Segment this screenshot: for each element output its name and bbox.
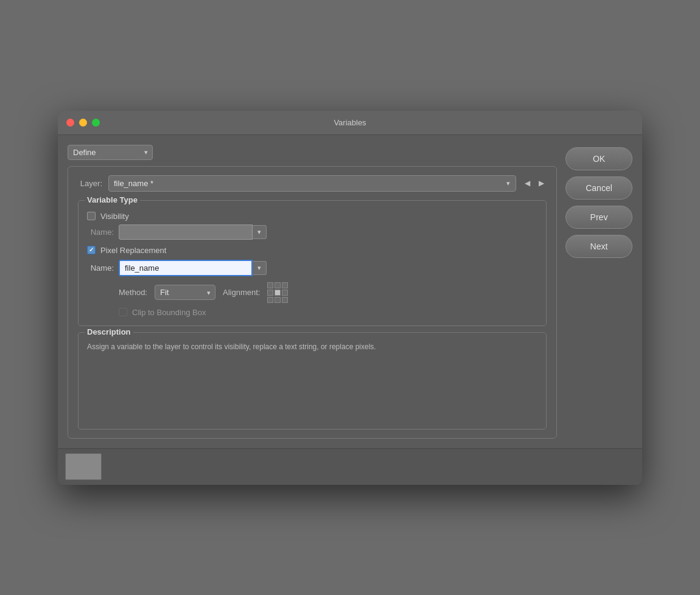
dialog-body: Define Apply Layer: file_name * <box>58 135 642 448</box>
window-title: Variables <box>334 118 366 127</box>
thumbnail-strip <box>58 448 642 485</box>
prev-button[interactable]: Prev <box>565 206 632 229</box>
alignment-label: Alignment: <box>223 288 260 297</box>
maximize-button[interactable] <box>92 119 100 127</box>
visibility-checkbox[interactable] <box>87 212 96 220</box>
main-panel: Define Apply Layer: file_name * <box>68 145 557 439</box>
pixel-replacement-row: Pixel Replacement <box>87 246 537 255</box>
prev-layer-button[interactable]: ◀ <box>522 178 533 189</box>
ok-button[interactable]: OK <box>565 147 632 170</box>
pixel-replacement-checkbox[interactable] <box>87 246 96 254</box>
variable-type-legend: Variable Type <box>85 195 140 204</box>
align-cell-tl[interactable] <box>267 282 273 288</box>
visibility-label: Visibility <box>100 212 129 221</box>
align-cell-bc[interactable] <box>275 297 281 303</box>
clip-label: Clip to Bounding Box <box>132 308 206 317</box>
mode-select[interactable]: Define Apply <box>68 145 153 160</box>
mode-select-wrapper: Define Apply <box>68 145 153 160</box>
pixel-name-label: Name: <box>89 263 114 273</box>
description-text: Assign a variable to the layer to contro… <box>87 341 537 353</box>
visibility-row: Visibility <box>87 212 537 221</box>
variable-type-section: Variable Type Visibility Name: ▾ <box>78 200 547 326</box>
layer-nav-arrows: ◀ ▶ <box>522 178 547 189</box>
layer-select-wrapper: file_name * <box>108 175 516 192</box>
align-cell-tr[interactable] <box>282 282 288 288</box>
pixel-name-input[interactable] <box>119 260 253 276</box>
clip-checkbox <box>119 308 127 316</box>
thumbnail <box>65 453 102 480</box>
layer-label: Layer: <box>78 179 102 188</box>
mode-row: Define Apply <box>68 145 557 160</box>
cancel-button[interactable]: Cancel <box>565 176 632 200</box>
layer-select[interactable]: file_name * <box>108 175 516 192</box>
visibility-name-input[interactable] <box>119 224 253 240</box>
title-bar: Variables <box>58 111 642 135</box>
align-cell-br[interactable] <box>282 297 288 303</box>
align-cell-ml[interactable] <box>267 290 273 296</box>
description-section: Description Assign a variable to the lay… <box>78 332 547 430</box>
pixel-name-input-wrapper: ▾ <box>119 260 267 276</box>
pixel-name-row: Name: ▾ <box>87 260 537 276</box>
next-layer-button[interactable]: ▶ <box>536 178 547 189</box>
window-controls <box>66 119 100 127</box>
visibility-name-dropdown[interactable]: ▾ <box>253 225 267 239</box>
align-cell-mc[interactable] <box>275 290 281 296</box>
method-select-wrapper: Fit Fill As Is Conform <box>155 285 215 300</box>
align-cell-bl[interactable] <box>267 297 273 303</box>
method-select[interactable]: Fit Fill As Is Conform <box>155 285 215 300</box>
minimize-button[interactable] <box>79 119 87 127</box>
visibility-name-input-wrapper: ▾ <box>119 224 267 240</box>
clip-row: Clip to Bounding Box <box>87 308 537 317</box>
method-label: Method: <box>119 288 147 297</box>
content-box: Layer: file_name * ◀ ▶ Variable Type <box>68 166 557 439</box>
pixel-name-dropdown[interactable]: ▾ <box>253 261 267 275</box>
align-cell-tr2 <box>289 282 295 288</box>
align-cell-mr2 <box>289 290 295 296</box>
method-row: Method: Fit Fill As Is Conform Alignment… <box>87 282 537 303</box>
align-cell-br2 <box>289 297 295 303</box>
pixel-replacement-label: Pixel Replacement <box>100 246 166 255</box>
align-cell-tc[interactable] <box>275 282 281 288</box>
layer-row: Layer: file_name * ◀ ▶ <box>78 175 547 192</box>
alignment-grid <box>267 282 295 303</box>
side-buttons: OK Cancel Prev Next <box>565 145 632 439</box>
align-cell-mr[interactable] <box>282 290 288 296</box>
pixel-replacement-section: Pixel Replacement Name: ▾ Met <box>87 246 537 317</box>
visibility-name-row: Name: ▾ <box>87 224 537 240</box>
close-button[interactable] <box>66 119 74 127</box>
visibility-name-label: Name: <box>89 228 114 237</box>
variables-dialog: Variables Define Apply Layer: <box>58 111 642 485</box>
description-legend: Description <box>85 327 133 336</box>
next-button[interactable]: Next <box>565 235 632 258</box>
